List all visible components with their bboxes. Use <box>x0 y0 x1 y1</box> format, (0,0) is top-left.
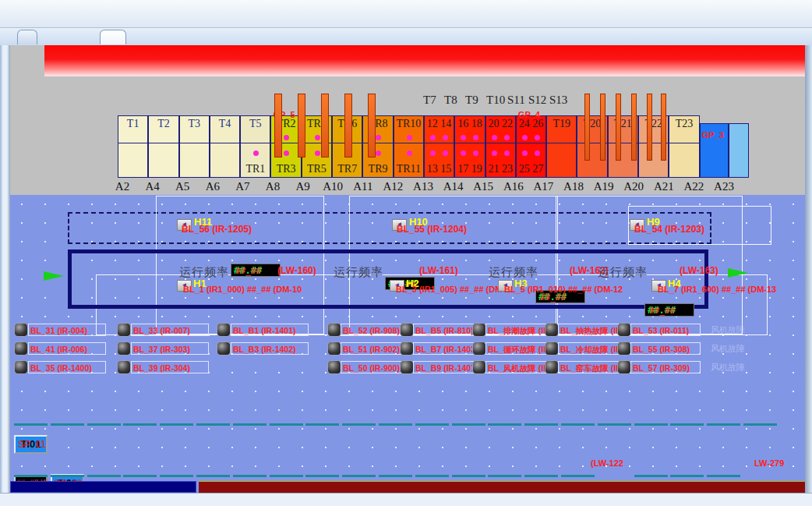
heat-dot <box>315 135 320 140</box>
axis-label: A13 <box>413 180 433 193</box>
lamp-icon[interactable] <box>217 341 231 356</box>
axis-label: A8 <box>266 180 280 193</box>
freq-label: 运行频率 <box>598 265 648 280</box>
grid-underline <box>196 475 230 477</box>
kiln-cell-divider <box>547 143 576 143</box>
lamp-icon[interactable] <box>14 341 28 356</box>
kiln-cell-divider <box>241 143 270 143</box>
kiln-cell-divider <box>669 143 698 143</box>
grid-underline <box>87 475 121 477</box>
grid-underline <box>270 475 303 477</box>
kiln-cell-bottom-label: 13 15 <box>425 163 454 175</box>
axis-label: A15 <box>473 180 493 193</box>
freq-sub-tag: BL_7 (IR1_600) ##_## (DM-13) <box>658 285 776 294</box>
kiln-cell-divider <box>425 143 454 143</box>
kiln-overlay-label: T7 <box>423 94 436 107</box>
heat-dot <box>492 150 497 156</box>
duct-riser-orange <box>321 94 329 157</box>
kiln-overlay-label: T8 <box>444 94 457 107</box>
lamp-icon[interactable] <box>472 360 486 374</box>
lamp-icon[interactable] <box>472 341 486 356</box>
marker-tag: BL_55 (IR-1204) <box>397 224 467 235</box>
kiln-cell-divider <box>210 143 239 143</box>
designer-credit-box <box>10 481 196 493</box>
lamp-icon[interactable] <box>617 360 631 374</box>
lamp-tag: BL_33 (IR-007) <box>131 324 209 336</box>
kiln-cell: 16 1817 19 <box>454 115 485 178</box>
axis-label: A23 <box>714 180 734 193</box>
grid-underline <box>452 475 485 477</box>
kiln-cell-bottom-label: TR1 <box>241 163 270 175</box>
lamp-icon[interactable] <box>327 341 341 356</box>
lamp-icon[interactable] <box>327 360 341 374</box>
title-banner <box>44 45 805 76</box>
kiln-cell: 20 2221 23 <box>485 115 516 178</box>
heat-dot <box>315 150 320 156</box>
banner-garble-text <box>48 46 337 57</box>
exit-arrow-icon <box>728 268 748 278</box>
grid-underline <box>743 423 777 426</box>
lamp-icon[interactable] <box>327 323 341 337</box>
kiln-cell-top-label: 12 14 <box>425 118 454 130</box>
duct-riser-thin <box>616 94 621 161</box>
axis-label: A4 <box>145 180 159 193</box>
duct-riser-thin <box>600 94 605 161</box>
heat-dot <box>284 150 289 156</box>
lamp-icon[interactable] <box>117 360 131 374</box>
lamp-icon[interactable] <box>617 323 631 337</box>
lamp-icon[interactable] <box>14 323 28 337</box>
lamp-icon[interactable] <box>545 323 559 337</box>
maker-credit-box <box>199 481 805 493</box>
lamp-icon[interactable] <box>545 360 559 374</box>
freq-label: 运行频率 <box>489 265 538 280</box>
lamp-icon[interactable] <box>117 341 131 356</box>
heat-dot <box>430 135 436 140</box>
duct-riser-thin <box>631 94 637 161</box>
lamp-faint-text: 风机故障 <box>711 343 745 355</box>
heat-dot <box>253 150 259 156</box>
kiln-overlay-label: S12 <box>528 94 546 107</box>
grid-underline <box>51 475 84 477</box>
kiln-cell-top-label: T1 <box>118 118 147 130</box>
kiln-cell-divider <box>149 143 178 143</box>
heat-dot <box>430 150 436 156</box>
lamp-tag: BL_57 (IR-309) <box>630 361 701 373</box>
gp-tag: GP_3 <box>702 130 724 140</box>
lamp-icon[interactable] <box>617 341 631 356</box>
lamp-icon[interactable] <box>400 323 414 337</box>
grid-underline <box>123 475 157 477</box>
tab-page-10[interactable] <box>17 30 37 44</box>
freq-lw-tag: (LW-160) <box>277 265 316 276</box>
tab-page-16[interactable] <box>100 30 126 44</box>
axis-label: A2 <box>115 180 129 193</box>
grid-underline <box>270 423 303 426</box>
lamp-icon[interactable] <box>14 360 28 374</box>
freq-sub-tag: BL_3 (IR1_005) ##_## (DM-11) <box>396 285 514 294</box>
marker-tag: BL_56 (IR-1205) <box>182 224 252 235</box>
kiln-cell: T3 <box>179 115 210 178</box>
lamp-icon[interactable] <box>545 341 559 356</box>
axis-label: A20 <box>623 180 644 193</box>
axis-label: A7 <box>235 180 249 193</box>
duct-riser-thin <box>661 94 666 161</box>
lamp-icon[interactable] <box>472 323 486 337</box>
grid-underline <box>305 475 339 477</box>
grid-underline <box>707 475 740 477</box>
kiln-cell: T2 <box>148 115 178 178</box>
kiln-cell <box>729 123 749 178</box>
lamp-icon[interactable] <box>400 341 414 356</box>
kiln-cell-top-label: TR10 <box>394 118 423 130</box>
heat-dot <box>504 135 510 140</box>
grid-underline <box>670 423 704 426</box>
grid-underline <box>561 475 595 477</box>
heat-dot <box>376 150 381 156</box>
kiln-cell-bottom-label: 21 23 <box>486 163 515 175</box>
grid-underline <box>14 423 48 426</box>
grid-underline <box>561 423 595 426</box>
grid-underline <box>305 423 339 426</box>
lamp-icon[interactable] <box>400 360 414 374</box>
lamp-icon[interactable] <box>117 323 131 337</box>
lamp-icon[interactable] <box>217 323 231 337</box>
kiln-cell: TR10TR11 <box>394 115 424 178</box>
grid-underline <box>598 423 631 426</box>
